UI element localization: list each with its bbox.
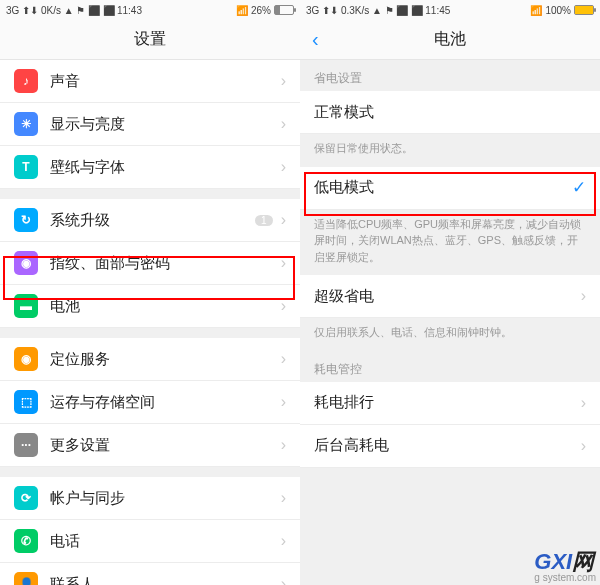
row-label: 声音 — [50, 72, 281, 91]
settings-row-wallpaper[interactable]: T壁纸与字体› — [0, 146, 300, 189]
settings-row-more[interactable]: ···更多设置› — [0, 424, 300, 467]
badge: 1 — [255, 215, 273, 226]
row-normal-mode[interactable]: 正常模式 — [300, 91, 600, 134]
chevron-icon: › — [281, 532, 286, 550]
settings-row-fingerprint[interactable]: ◉指纹、面部与密码› — [0, 242, 300, 285]
header: ‹ 电池 — [300, 20, 600, 60]
row-label: 更多设置 — [50, 436, 281, 455]
back-button[interactable]: ‹ — [312, 28, 319, 51]
location-icon: ◉ — [14, 347, 38, 371]
row-label: 指纹、面部与密码 — [50, 254, 281, 273]
row-low-power-mode[interactable]: 低电模式✓ — [300, 167, 600, 210]
desc-super: 仅启用联系人、电话、信息和闹钟时钟。 — [300, 318, 600, 351]
settings-list[interactable]: ♪声音›☀显示与亮度›T壁纸与字体›↻系统升级1›◉指纹、面部与密码›▬电池›◉… — [0, 60, 300, 585]
battery-icon — [274, 5, 294, 15]
chevron-icon: › — [581, 437, 586, 455]
chevron-icon: › — [281, 350, 286, 368]
chevron-icon: › — [581, 394, 586, 412]
row-label: 电话 — [50, 532, 281, 551]
more-icon: ··· — [14, 433, 38, 457]
desc-normal: 保留日常使用状态。 — [300, 134, 600, 167]
storage-icon: ⬚ — [14, 390, 38, 414]
label: 超级省电 — [314, 287, 581, 306]
page-title: 电池 — [434, 29, 466, 50]
settings-row-storage[interactable]: ⬚运存与存储空间› — [0, 381, 300, 424]
net-status: 3G ⬆⬇ 0K/s ▲ ⚑ ⬛ ⬛ — [6, 5, 115, 16]
battery-screen: 3G ⬆⬇ 0.3K/s ▲ ⚑ ⬛ ⬛11:45 📶100% ‹ 电池 省电设… — [300, 0, 600, 585]
settings-row-sound[interactable]: ♪声音› — [0, 60, 300, 103]
chevron-icon: › — [281, 575, 286, 585]
sync-icon: ⟳ — [14, 486, 38, 510]
chevron-icon: › — [281, 72, 286, 90]
row-super-save[interactable]: 超级省电› — [300, 275, 600, 318]
label: 耗电排行 — [314, 393, 581, 412]
settings-row-display[interactable]: ☀显示与亮度› — [0, 103, 300, 146]
row-label: 电池 — [50, 297, 281, 316]
settings-row-upgrade[interactable]: ↻系统升级1› — [0, 199, 300, 242]
settings-row-phonec[interactable]: ✆电话› — [0, 520, 300, 563]
phonec-icon: ✆ — [14, 529, 38, 553]
battery-icon: ▬ — [14, 294, 38, 318]
chevron-icon: › — [281, 297, 286, 315]
row-bg-power[interactable]: 后台高耗电› — [300, 425, 600, 468]
chevron-icon: › — [281, 115, 286, 133]
fingerprint-icon: ◉ — [14, 251, 38, 275]
net-status: 3G ⬆⬇ 0.3K/s ▲ ⚑ ⬛ ⬛ — [306, 5, 423, 16]
battery-icon — [574, 5, 594, 15]
row-label: 运存与存储空间 — [50, 393, 281, 412]
settings-screen: 3G ⬆⬇ 0K/s ▲ ⚑ ⬛ ⬛11:43 📶26% 设置 ♪声音›☀显示与… — [0, 0, 300, 585]
chevron-icon: › — [581, 287, 586, 305]
section-power-saving: 省电设置 — [300, 60, 600, 91]
settings-row-location[interactable]: ◉定位服务› — [0, 338, 300, 381]
chevron-icon: › — [281, 158, 286, 176]
batt-pct: 100% — [545, 5, 571, 16]
chevron-icon: › — [281, 254, 286, 272]
time: 11:43 — [117, 5, 142, 16]
settings-row-battery[interactable]: ▬电池› — [0, 285, 300, 328]
row-label: 系统升级 — [50, 211, 255, 230]
contact-icon: 👤 — [14, 572, 38, 585]
status-bar: 3G ⬆⬇ 0.3K/s ▲ ⚑ ⬛ ⬛11:45 📶100% — [300, 0, 600, 20]
chevron-icon: › — [281, 211, 286, 229]
desc-low: 适当降低CPU频率、GPU频率和屏幕亮度，减少自动锁屏时间，关闭WLAN热点、蓝… — [300, 210, 600, 276]
label: 正常模式 — [314, 103, 586, 122]
battery-content[interactable]: 省电设置 正常模式 保留日常使用状态。 低电模式✓ 适当降低CPU频率、GPU频… — [300, 60, 600, 585]
time: 11:45 — [425, 5, 450, 16]
row-label: 壁纸与字体 — [50, 158, 281, 177]
chevron-icon: › — [281, 489, 286, 507]
check-icon: ✓ — [572, 177, 586, 198]
batt-pct: 26% — [251, 5, 271, 16]
label: 后台高耗电 — [314, 436, 581, 455]
page-title: 设置 — [134, 29, 166, 50]
row-label: 联系人 — [50, 575, 281, 586]
label: 低电模式 — [314, 178, 572, 197]
upgrade-icon: ↻ — [14, 208, 38, 232]
header: 设置 — [0, 20, 300, 60]
status-bar: 3G ⬆⬇ 0K/s ▲ ⚑ ⬛ ⬛11:43 📶26% — [0, 0, 300, 20]
wifi-icon: 📶 — [530, 5, 542, 16]
row-power-rank[interactable]: 耗电排行› — [300, 382, 600, 425]
display-icon: ☀ — [14, 112, 38, 136]
settings-row-contact[interactable]: 👤联系人› — [0, 563, 300, 585]
wifi-icon: 📶 — [236, 5, 248, 16]
sound-icon: ♪ — [14, 69, 38, 93]
row-label: 帐户与同步 — [50, 489, 281, 508]
row-label: 显示与亮度 — [50, 115, 281, 134]
section-mgmt: 耗电管控 — [300, 351, 600, 382]
chevron-icon: › — [281, 393, 286, 411]
chevron-icon: › — [281, 436, 286, 454]
settings-row-sync[interactable]: ⟳帐户与同步› — [0, 477, 300, 520]
row-label: 定位服务 — [50, 350, 281, 369]
watermark: GXI网 g system.com — [534, 551, 596, 583]
wallpaper-icon: T — [14, 155, 38, 179]
